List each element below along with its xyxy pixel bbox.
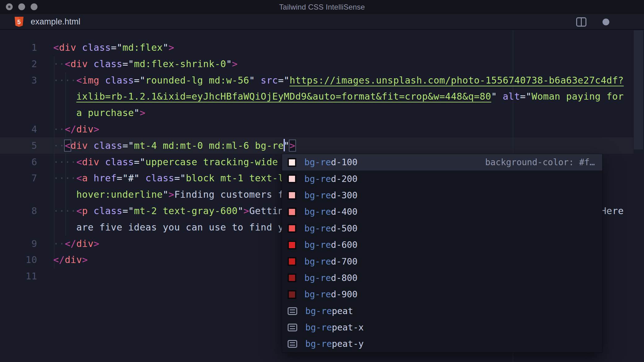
completion-label: bg-red-200	[304, 174, 358, 184]
title-bar: Tailwind CSS IntelliSense	[0, 0, 644, 14]
completion-item-bg-red-700[interactable]: bg-red-700	[282, 253, 602, 269]
completion-label: bg-repeat-y	[305, 339, 364, 349]
tab-filename: example.html	[31, 17, 80, 27]
bracket-match-highlight: >	[289, 140, 295, 151]
unsaved-changes-dot-icon	[603, 19, 609, 25]
color-swatch-icon	[288, 224, 296, 233]
color-swatch-icon	[288, 290, 296, 299]
line-number: 10	[0, 252, 37, 268]
completion-label: bg-red-800	[304, 273, 358, 283]
completion-detail: background-color: #f…	[485, 157, 595, 167]
line-content: ixlib=rb-1.2.1&ixid=eyJhcHBfaWQiOjEyMDd9…	[37, 88, 624, 105]
completion-item-bg-red-100[interactable]: bg-red-100background-color: #f…	[282, 154, 602, 170]
line-content: ··<div class="mt-4 md:mt-0 md:ml-6 bg-re…	[37, 138, 295, 154]
tab-bar: 5 example.html	[0, 14, 644, 30]
code-line-3[interactable]: 3····<img class="rounded-lg md:w-56" src…	[0, 72, 633, 89]
completion-label: bg-red-600	[304, 240, 358, 250]
color-swatch-icon	[288, 274, 296, 282]
autocomplete-popup: bg-red-100background-color: #f…bg-red-20…	[282, 154, 603, 353]
color-swatch-icon	[288, 191, 296, 200]
completion-label: bg-red-100	[304, 157, 358, 167]
line-number	[0, 88, 37, 105]
line-number: 1	[0, 40, 37, 56]
completion-label: bg-repeat-x	[305, 322, 364, 333]
svg-text:5: 5	[17, 19, 21, 25]
html5-file-icon: 5	[14, 16, 24, 27]
code-line-2[interactable]: 2··<div class="md:flex-shrink-0">	[0, 56, 633, 72]
code-line-1[interactable]: 1<div class="md:flex">	[0, 40, 633, 56]
completion-item-bg-red-900[interactable]: bg-red-900	[282, 286, 602, 303]
completion-label: bg-red-900	[304, 289, 358, 300]
line-number: 11	[0, 268, 37, 285]
color-swatch-icon	[288, 175, 296, 183]
completion-item-bg-red-600[interactable]: bg-red-600	[282, 237, 602, 253]
color-swatch-icon	[288, 257, 296, 266]
line-number: 6	[0, 154, 37, 170]
line-content: </div>	[37, 252, 88, 268]
color-swatch-icon	[288, 158, 296, 167]
bracket-match-highlight: <	[65, 140, 71, 151]
line-content: ····<img class="rounded-lg md:w-56" src=…	[37, 72, 624, 89]
completion-label: bg-red-400	[304, 207, 358, 217]
line-content: <div class="md:flex">	[37, 40, 174, 56]
line-number	[0, 105, 37, 121]
line-number: 7	[0, 170, 37, 187]
code-line-5[interactable]: 5··<div class="mt-4 md:mt-0 md:ml-6 bg-r…	[0, 138, 633, 154]
line-content: ··</div>	[37, 236, 99, 252]
code-line-wrap-3[interactable]: ixlib=rb-1.2.1&ixid=eyJhcHBfaWQiOjEyMDd9…	[0, 88, 633, 105]
completion-label: bg-red-300	[304, 190, 358, 200]
line-content: ··</div>	[37, 121, 99, 138]
color-swatch-icon	[288, 208, 296, 216]
window-title: Tailwind CSS IntelliSense	[0, 0, 644, 14]
line-number: 9	[0, 236, 37, 252]
completion-item-bg-repeat[interactable]: bg-repeat	[282, 303, 602, 319]
completion-item-bg-red-400[interactable]: bg-red-400	[282, 204, 602, 220]
line-number: 5	[0, 138, 37, 154]
line-number: 2	[0, 56, 37, 72]
property-icon	[288, 307, 297, 315]
tab-example-html[interactable]: 5 example.html	[14, 14, 80, 30]
property-icon	[288, 324, 297, 331]
line-number	[0, 219, 37, 236]
completion-item-bg-red-800[interactable]: bg-red-800	[282, 270, 602, 286]
completion-label: bg-repeat	[305, 306, 353, 316]
property-icon	[288, 340, 297, 348]
completion-item-bg-repeat-y[interactable]: bg-repeat-y	[282, 336, 602, 352]
split-editor-icon[interactable]	[576, 17, 586, 27]
completion-item-bg-red-200[interactable]: bg-red-200	[282, 170, 602, 187]
completion-label: bg-red-500	[304, 223, 358, 234]
completion-item-bg-red-300[interactable]: bg-red-300	[282, 187, 602, 204]
line-number: 3	[0, 72, 37, 89]
color-swatch-icon	[288, 241, 296, 249]
line-number	[0, 187, 37, 203]
completion-item-bg-repeat-x[interactable]: bg-repeat-x	[282, 319, 602, 336]
code-line-4[interactable]: 4··</div>	[0, 121, 633, 138]
completion-label: bg-red-700	[304, 256, 358, 267]
code-line-wrap-4[interactable]: a purchase">	[0, 105, 633, 121]
scrollbar-thumb[interactable]	[634, 30, 643, 149]
line-content: ··<div class="md:flex-shrink-0">	[37, 56, 238, 72]
line-number: 4	[0, 121, 37, 138]
line-number: 8	[0, 203, 37, 219]
line-content: a purchase">	[37, 105, 146, 121]
line-content	[37, 268, 53, 285]
completion-item-bg-red-500[interactable]: bg-red-500	[282, 220, 602, 237]
